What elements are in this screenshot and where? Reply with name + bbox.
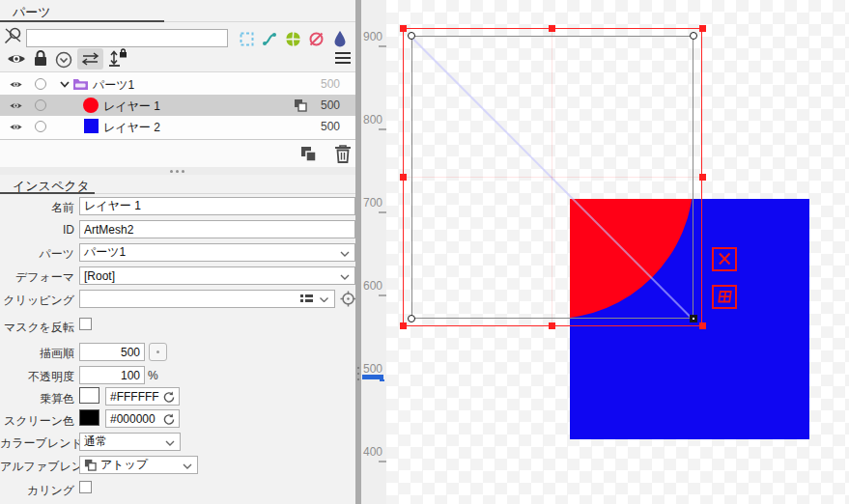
duplicate-icon[interactable]: [300, 146, 317, 162]
multiply-color-swatch[interactable]: [79, 387, 99, 404]
multiply-color-label: 乗算色: [0, 391, 74, 407]
visibility-eye-icon[interactable]: [7, 51, 26, 67]
list-item-layer1-selected[interactable]: レイヤー 1 500: [0, 95, 355, 116]
clipping-label: クリッピング: [0, 293, 74, 309]
color-blend-value: 通常: [84, 434, 107, 450]
tab-parts[interactable]: パーツ: [13, 4, 51, 21]
bezier-curve-icon[interactable]: [262, 31, 278, 47]
tab-parts-underline: [0, 20, 164, 22]
selection-handle-e[interactable]: [699, 174, 706, 181]
blend-mode-icon: [294, 98, 307, 112]
culling-label: カリング: [0, 483, 74, 499]
pen-icon[interactable]: [331, 30, 349, 48]
ruler-label: 700: [361, 196, 382, 210]
row-draw-order: 500: [321, 98, 340, 112]
id-label: ID: [0, 223, 74, 237]
culling-checkbox[interactable]: [79, 481, 92, 493]
canvas-viewport[interactable]: [386, 0, 849, 504]
list-item-layer2[interactable]: レイヤー 2 500: [0, 116, 355, 137]
color-blend-select[interactable]: 通常: [79, 433, 181, 451]
quad-paint-icon[interactable]: [285, 31, 301, 47]
selection-handle-s[interactable]: [549, 322, 555, 329]
chevron-down-icon: [183, 463, 192, 469]
opacity-unit: %: [148, 369, 158, 382]
clipping-input[interactable]: [79, 290, 335, 308]
selection-handle-w[interactable]: [400, 174, 407, 181]
ruler-label: 400: [361, 445, 382, 459]
parts-search-input[interactable]: [26, 29, 228, 47]
parts-label: パーツ: [0, 246, 74, 263]
row-radio-icon[interactable]: [35, 121, 46, 132]
list-footer: [0, 140, 355, 167]
rotate-off-icon[interactable]: [308, 31, 325, 47]
multiply-hex-input[interactable]: #FFFFFF: [105, 387, 180, 406]
reset-icon[interactable]: [162, 391, 175, 404]
parts-folder-icon: [72, 77, 89, 91]
draw-order-input[interactable]: [79, 343, 145, 361]
opacity-label: 不透明度: [0, 369, 74, 385]
chevron-down-icon[interactable]: [320, 297, 328, 302]
screen-color-label: スクリーン色: [0, 413, 74, 430]
alpha-blend-label: アルファブレンド: [0, 459, 74, 475]
row-eye-icon[interactable]: [9, 122, 23, 132]
splitter-grip-icon: [357, 363, 359, 384]
chevron-down-icon: [340, 251, 350, 257]
selection-handle-ne[interactable]: [699, 25, 706, 32]
trash-icon[interactable]: [334, 144, 352, 163]
selection-handle-se[interactable]: [699, 322, 706, 329]
deformer-label: デフォーマ: [0, 269, 74, 286]
selection-box[interactable]: [403, 28, 702, 326]
swap-arrows-icon: [77, 48, 103, 70]
deformer-select[interactable]: [Root]: [79, 266, 355, 285]
row-draw-order: 500: [321, 77, 340, 91]
row-draw-order: 500: [321, 120, 340, 133]
list-picker-icon[interactable]: [300, 294, 313, 305]
opacity-input[interactable]: [79, 366, 145, 384]
chevron-down-icon: [340, 274, 350, 280]
parts-select[interactable]: パーツ1: [79, 243, 355, 262]
menu-icon[interactable]: [335, 52, 351, 64]
selection-handle-nw[interactable]: [400, 25, 407, 32]
parts-select-value: パーツ1: [84, 244, 126, 261]
row-eye-icon[interactable]: [9, 100, 23, 111]
order-lock-icon[interactable]: [106, 47, 128, 70]
name-input[interactable]: [79, 197, 355, 215]
chevron-down-icon: [165, 440, 175, 446]
screen-color-swatch[interactable]: [79, 409, 99, 426]
row-label[interactable]: レイヤー 1: [103, 98, 160, 115]
swap-order-button[interactable]: [77, 48, 103, 70]
pick-target-icon[interactable]: [340, 291, 356, 307]
draw-order-label: 描画順: [0, 346, 74, 362]
selection-handle-sw[interactable]: [400, 322, 407, 329]
ruler-label: 800: [361, 113, 382, 126]
selection-handle-n[interactable]: [549, 25, 555, 32]
dot-icon: [156, 350, 159, 353]
filter-search-icon[interactable]: [3, 26, 23, 46]
reset-icon[interactable]: [162, 413, 175, 426]
row-eye-icon[interactable]: [9, 79, 23, 90]
mask-invert-checkbox[interactable]: [79, 318, 92, 330]
alpha-blend-select[interactable]: アトップ: [79, 456, 198, 474]
draw-order-key-button[interactable]: [149, 343, 167, 361]
row-radio-icon[interactable]: [35, 99, 46, 111]
mesh-grid-box-icon[interactable]: [712, 285, 737, 309]
layer2-thumbnail: [84, 119, 99, 133]
row-label[interactable]: パーツ1: [93, 77, 134, 94]
marquee-icon[interactable]: [239, 31, 255, 47]
chevron-circle-icon[interactable]: [55, 51, 72, 69]
screen-hex-input[interactable]: #000000: [105, 409, 180, 428]
row-label[interactable]: レイヤー 2: [103, 120, 160, 136]
id-input[interactable]: [79, 220, 355, 238]
lock-icon[interactable]: [33, 49, 48, 68]
color-blend-label: カラーブレンド: [0, 435, 74, 452]
row-radio-icon[interactable]: [35, 78, 46, 90]
ruler-label: 900: [361, 30, 382, 43]
panel-splitter-horizontal[interactable]: [0, 167, 355, 175]
layer-list: パーツ1 500 レイヤー 1 500 レイヤー 2 500: [0, 72, 355, 139]
blend-x-box-icon[interactable]: [712, 247, 737, 271]
splitter-grip-icon: [170, 170, 184, 173]
draw-order-ruler: 900 800 700 600 500 400: [361, 0, 386, 504]
list-item-parts1[interactable]: パーツ1 500: [0, 73, 355, 95]
expand-chevron-icon[interactable]: [60, 81, 70, 88]
screen-hex-value: #000000: [110, 412, 156, 426]
